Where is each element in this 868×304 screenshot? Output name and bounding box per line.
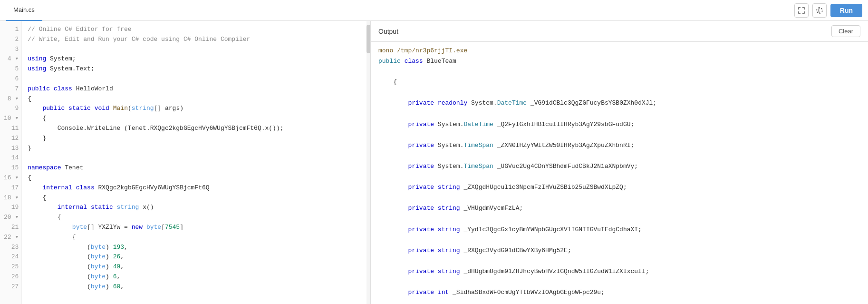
output-top-bar: Output Clear: [371, 21, 868, 42]
output-content: mono /tmp/nr3p6rjjTI.exe public class Bl…: [371, 42, 868, 304]
output-panel: Output Clear mono /tmp/nr3p6rjjTI.exe pu…: [371, 21, 868, 304]
top-bar: Main.cs Run: [0, 0, 868, 21]
editor-panel: 1 2 3 4 ▾ 5 6 7 8 ▾ 9 10 ▾ 11 12 13 14 1…: [0, 21, 371, 304]
output-title: Output: [378, 28, 398, 35]
code-content[interactable]: // Online C# Editor for free // Write, E…: [22, 21, 366, 304]
run-button[interactable]: Run: [830, 4, 862, 17]
fullscreen-btn[interactable]: [794, 3, 809, 18]
toolbar-right: Run: [794, 3, 862, 18]
line-numbers: 1 2 3 4 ▾ 5 6 7 8 ▾ 9 10 ▾ 11 12 13 14 1…: [0, 21, 22, 304]
code-area[interactable]: 1 2 3 4 ▾ 5 6 7 8 ▾ 9 10 ▾ 11 12 13 14 1…: [0, 21, 370, 304]
clear-button[interactable]: Clear: [831, 25, 860, 37]
main-tab[interactable]: Main.cs: [6, 0, 42, 21]
theme-btn[interactable]: [812, 3, 827, 18]
main-content: 1 2 3 4 ▾ 5 6 7 8 ▾ 9 10 ▾ 11 12 13 14 1…: [0, 21, 868, 304]
editor-scrollbar[interactable]: [366, 21, 370, 304]
